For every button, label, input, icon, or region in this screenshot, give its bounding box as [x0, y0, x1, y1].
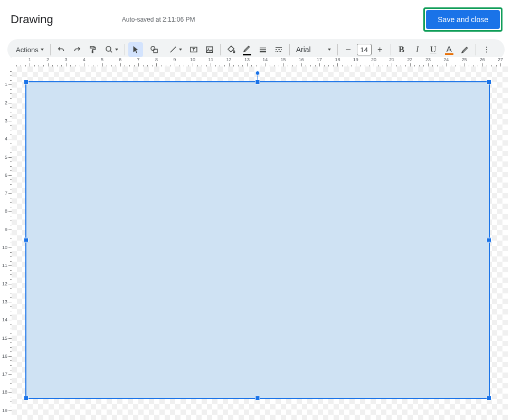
text-color-icon: A — [445, 45, 453, 55]
separator — [289, 44, 290, 55]
rectangle-shape[interactable] — [25, 81, 490, 399]
line-dash-icon — [274, 45, 283, 54]
separator — [50, 44, 51, 55]
svg-rect-4 — [206, 47, 213, 53]
horizontal-ruler[interactable]: 1234567891011121314151617181920212223242… — [12, 57, 508, 66]
textbox-tool-button[interactable] — [186, 42, 201, 57]
text-color-button[interactable]: A — [442, 42, 457, 57]
font-family-select[interactable]: Arial — [293, 45, 334, 54]
separator — [391, 44, 391, 55]
svg-point-6 — [486, 46, 487, 47]
drawing-canvas[interactable] — [12, 66, 508, 420]
shape-tool-button[interactable] — [144, 42, 164, 57]
border-dash-button[interactable] — [271, 42, 286, 57]
line-weight-icon — [258, 45, 268, 54]
resize-handle-r[interactable] — [487, 238, 491, 243]
svg-point-0 — [106, 46, 111, 51]
dialog-title: Drawing — [11, 13, 53, 26]
resize-handle-br[interactable] — [487, 396, 491, 400]
workspace: 1234567891011121314151617181920212223242… — [0, 57, 512, 420]
resize-handle-t[interactable] — [255, 80, 260, 84]
chevron-down-icon — [179, 49, 182, 51]
decrease-font-size-button[interactable]: − — [341, 42, 356, 57]
autosave-status: Auto-saved at 2:11:06 PM — [122, 16, 195, 23]
font-size-input[interactable] — [357, 44, 372, 55]
rotate-handle[interactable] — [255, 71, 260, 75]
actions-label: Actions — [16, 46, 39, 54]
redo-icon — [72, 45, 82, 54]
chevron-down-icon — [328, 49, 331, 51]
italic-button[interactable]: I — [410, 42, 425, 57]
resize-handle-tl[interactable] — [24, 80, 29, 84]
border-weight-button[interactable] — [255, 42, 270, 57]
shapes-icon — [149, 45, 159, 54]
paint-bucket-icon — [226, 45, 236, 54]
svg-point-8 — [486, 51, 487, 52]
svg-point-7 — [486, 49, 487, 50]
chevron-down-icon — [115, 49, 118, 51]
zoom-button[interactable] — [101, 42, 121, 57]
image-tool-button[interactable] — [202, 42, 217, 57]
pen-with-color-icon — [242, 44, 252, 55]
paint-format-button[interactable] — [86, 42, 100, 57]
bold-button[interactable]: B — [394, 42, 409, 57]
separator — [125, 44, 125, 55]
increase-font-size-button[interactable]: + — [373, 42, 387, 57]
paint-roller-icon — [88, 45, 98, 54]
font-family-name: Arial — [296, 45, 311, 54]
resize-handle-b[interactable] — [255, 396, 260, 400]
separator — [337, 44, 338, 55]
select-tool-button[interactable] — [128, 42, 143, 57]
resize-handle-tr[interactable] — [487, 80, 491, 84]
highlighter-icon — [460, 45, 470, 54]
dialog-header: Drawing Auto-saved at 2:11:06 PM Save an… — [0, 0, 512, 39]
underline-button[interactable]: U — [426, 42, 441, 57]
zoom-icon — [105, 45, 114, 54]
redo-button[interactable] — [70, 42, 84, 57]
image-icon — [205, 45, 214, 54]
border-color-button[interactable] — [240, 42, 254, 57]
separator — [476, 44, 476, 55]
actions-menu-button[interactable]: Actions — [13, 44, 47, 56]
resize-handle-bl[interactable] — [24, 396, 29, 400]
save-and-close-button[interactable]: Save and close — [426, 10, 500, 29]
line-icon — [168, 45, 178, 54]
separator — [220, 44, 221, 55]
chevron-down-icon — [41, 49, 44, 51]
save-button-highlight: Save and close — [423, 7, 502, 32]
vertical-ruler[interactable]: 12345678910111213141516171819 — [0, 66, 12, 420]
fill-color-button[interactable] — [224, 42, 239, 57]
textbox-icon — [189, 45, 198, 54]
more-vertical-icon — [482, 45, 491, 54]
svg-point-1 — [151, 46, 155, 51]
highlight-color-button[interactable] — [458, 42, 472, 57]
more-options-button[interactable] — [479, 42, 494, 57]
resize-handle-l[interactable] — [24, 238, 29, 243]
undo-button[interactable] — [54, 42, 69, 57]
cursor-icon — [131, 45, 140, 54]
line-tool-button[interactable] — [165, 42, 185, 57]
undo-icon — [56, 45, 66, 54]
